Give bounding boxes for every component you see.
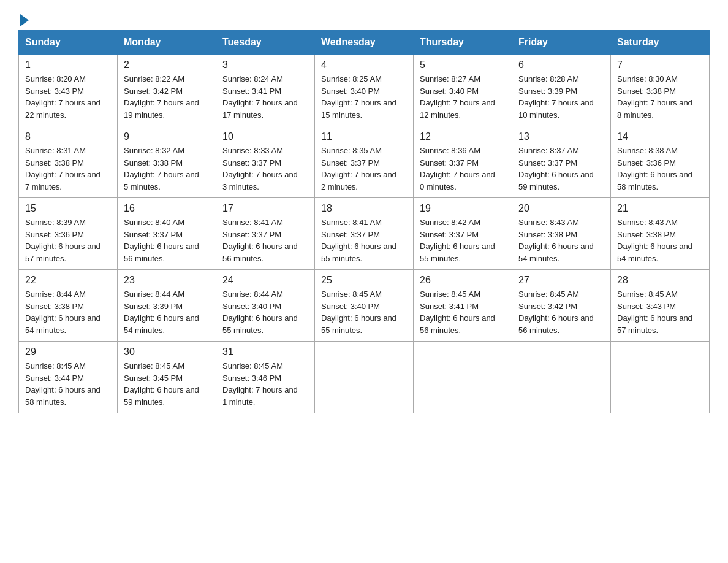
day-number: 28 [617,275,703,286]
calendar-header-monday: Monday [118,31,216,55]
page-header [18,12,710,24]
day-info: Sunrise: 8:20 AM Sunset: 3:43 PM Dayligh… [25,73,111,121]
calendar-cell: 13 Sunrise: 8:37 AM Sunset: 3:37 PM Dayl… [512,126,611,198]
day-info: Sunrise: 8:41 AM Sunset: 3:37 PM Dayligh… [321,216,407,264]
calendar-header-friday: Friday [512,31,611,55]
calendar-cell: 20 Sunrise: 8:43 AM Sunset: 3:38 PM Dayl… [512,198,611,270]
day-number: 23 [124,275,210,286]
calendar-cell: 31 Sunrise: 8:45 AM Sunset: 3:46 PM Dayl… [216,342,315,413]
day-info: Sunrise: 8:41 AM Sunset: 3:37 PM Dayligh… [222,216,308,264]
day-number: 12 [420,131,506,142]
day-number: 15 [25,203,111,214]
day-number: 18 [321,203,407,214]
calendar-cell: 1 Sunrise: 8:20 AM Sunset: 3:43 PM Dayli… [19,55,118,126]
calendar-cell: 22 Sunrise: 8:44 AM Sunset: 3:38 PM Dayl… [19,270,118,342]
day-number: 7 [617,59,703,71]
day-number: 3 [222,59,308,71]
day-info: Sunrise: 8:45 AM Sunset: 3:42 PM Dayligh… [518,288,604,336]
day-number: 8 [25,131,111,142]
calendar-week-row: 1 Sunrise: 8:20 AM Sunset: 3:43 PM Dayli… [19,55,710,126]
day-info: Sunrise: 8:36 AM Sunset: 3:37 PM Dayligh… [420,145,506,193]
calendar-cell [512,342,611,413]
day-info: Sunrise: 8:30 AM Sunset: 3:38 PM Dayligh… [617,73,703,121]
calendar-cell: 21 Sunrise: 8:43 AM Sunset: 3:38 PM Dayl… [611,198,710,270]
day-number: 27 [518,275,604,286]
calendar-cell: 6 Sunrise: 8:28 AM Sunset: 3:39 PM Dayli… [512,55,611,126]
day-info: Sunrise: 8:45 AM Sunset: 3:43 PM Dayligh… [617,288,703,336]
calendar-cell: 18 Sunrise: 8:41 AM Sunset: 3:37 PM Dayl… [315,198,414,270]
calendar-cell: 16 Sunrise: 8:40 AM Sunset: 3:37 PM Dayl… [118,198,216,270]
day-info: Sunrise: 8:37 AM Sunset: 3:37 PM Dayligh… [518,145,604,193]
calendar-table: SundayMondayTuesdayWednesdayThursdayFrid… [18,30,710,413]
day-number: 20 [518,203,604,214]
day-number: 14 [617,131,703,142]
calendar-cell: 9 Sunrise: 8:32 AM Sunset: 3:38 PM Dayli… [118,126,216,198]
day-number: 11 [321,131,407,142]
logo [18,12,29,24]
calendar-header-row: SundayMondayTuesdayWednesdayThursdayFrid… [19,31,710,55]
calendar-cell: 11 Sunrise: 8:35 AM Sunset: 3:37 PM Dayl… [315,126,414,198]
calendar-header-thursday: Thursday [414,31,512,55]
calendar-cell [414,342,512,413]
day-info: Sunrise: 8:44 AM Sunset: 3:38 PM Dayligh… [25,288,111,336]
calendar-cell [611,342,710,413]
day-info: Sunrise: 8:45 AM Sunset: 3:45 PM Dayligh… [124,360,210,408]
logo-arrow-icon [20,14,29,26]
calendar-cell: 19 Sunrise: 8:42 AM Sunset: 3:37 PM Dayl… [414,198,512,270]
day-number: 26 [420,275,506,286]
day-number: 24 [222,275,308,286]
calendar-cell: 23 Sunrise: 8:44 AM Sunset: 3:39 PM Dayl… [118,270,216,342]
day-info: Sunrise: 8:45 AM Sunset: 3:44 PM Dayligh… [25,360,111,408]
day-info: Sunrise: 8:43 AM Sunset: 3:38 PM Dayligh… [518,216,604,264]
day-info: Sunrise: 8:44 AM Sunset: 3:40 PM Dayligh… [222,288,308,336]
calendar-cell: 17 Sunrise: 8:41 AM Sunset: 3:37 PM Dayl… [216,198,315,270]
calendar-week-row: 29 Sunrise: 8:45 AM Sunset: 3:44 PM Dayl… [19,342,710,413]
day-number: 16 [124,203,210,214]
day-number: 25 [321,275,407,286]
calendar-cell: 29 Sunrise: 8:45 AM Sunset: 3:44 PM Dayl… [19,342,118,413]
calendar-cell: 12 Sunrise: 8:36 AM Sunset: 3:37 PM Dayl… [414,126,512,198]
day-info: Sunrise: 8:35 AM Sunset: 3:37 PM Dayligh… [321,145,407,193]
day-info: Sunrise: 8:22 AM Sunset: 3:42 PM Dayligh… [124,73,210,121]
calendar-cell: 10 Sunrise: 8:33 AM Sunset: 3:37 PM Dayl… [216,126,315,198]
calendar-week-row: 8 Sunrise: 8:31 AM Sunset: 3:38 PM Dayli… [19,126,710,198]
calendar-cell: 28 Sunrise: 8:45 AM Sunset: 3:43 PM Dayl… [611,270,710,342]
calendar-cell: 15 Sunrise: 8:39 AM Sunset: 3:36 PM Dayl… [19,198,118,270]
day-info: Sunrise: 8:43 AM Sunset: 3:38 PM Dayligh… [617,216,703,264]
day-number: 21 [617,203,703,214]
day-number: 13 [518,131,604,142]
day-number: 6 [518,59,604,71]
calendar-cell: 26 Sunrise: 8:45 AM Sunset: 3:41 PM Dayl… [414,270,512,342]
day-number: 29 [25,347,111,358]
day-number: 9 [124,131,210,142]
calendar-header-wednesday: Wednesday [315,31,414,55]
day-info: Sunrise: 8:32 AM Sunset: 3:38 PM Dayligh… [124,145,210,193]
day-info: Sunrise: 8:28 AM Sunset: 3:39 PM Dayligh… [518,73,604,121]
day-number: 31 [222,347,308,358]
day-info: Sunrise: 8:40 AM Sunset: 3:37 PM Dayligh… [124,216,210,264]
day-info: Sunrise: 8:31 AM Sunset: 3:38 PM Dayligh… [25,145,111,193]
day-info: Sunrise: 8:45 AM Sunset: 3:46 PM Dayligh… [222,360,308,408]
day-number: 4 [321,59,407,71]
calendar-cell: 2 Sunrise: 8:22 AM Sunset: 3:42 PM Dayli… [118,55,216,126]
calendar-week-row: 15 Sunrise: 8:39 AM Sunset: 3:36 PM Dayl… [19,198,710,270]
calendar-cell: 27 Sunrise: 8:45 AM Sunset: 3:42 PM Dayl… [512,270,611,342]
calendar-cell: 5 Sunrise: 8:27 AM Sunset: 3:40 PM Dayli… [414,55,512,126]
calendar-cell: 7 Sunrise: 8:30 AM Sunset: 3:38 PM Dayli… [611,55,710,126]
day-info: Sunrise: 8:25 AM Sunset: 3:40 PM Dayligh… [321,73,407,121]
calendar-week-row: 22 Sunrise: 8:44 AM Sunset: 3:38 PM Dayl… [19,270,710,342]
calendar-cell: 14 Sunrise: 8:38 AM Sunset: 3:36 PM Dayl… [611,126,710,198]
calendar-header-saturday: Saturday [611,31,710,55]
day-info: Sunrise: 8:44 AM Sunset: 3:39 PM Dayligh… [124,288,210,336]
day-number: 1 [25,59,111,71]
day-info: Sunrise: 8:38 AM Sunset: 3:36 PM Dayligh… [617,145,703,193]
day-info: Sunrise: 8:39 AM Sunset: 3:36 PM Dayligh… [25,216,111,264]
calendar-cell: 24 Sunrise: 8:44 AM Sunset: 3:40 PM Dayl… [216,270,315,342]
day-number: 19 [420,203,506,214]
day-number: 5 [420,59,506,71]
day-number: 22 [25,275,111,286]
day-info: Sunrise: 8:24 AM Sunset: 3:41 PM Dayligh… [222,73,308,121]
day-number: 2 [124,59,210,71]
calendar-cell: 8 Sunrise: 8:31 AM Sunset: 3:38 PM Dayli… [19,126,118,198]
day-info: Sunrise: 8:42 AM Sunset: 3:37 PM Dayligh… [420,216,506,264]
